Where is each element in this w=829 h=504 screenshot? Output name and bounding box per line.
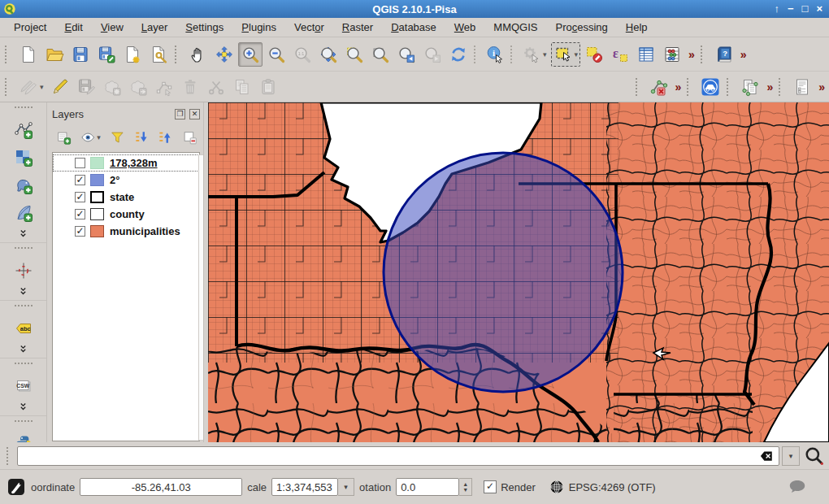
toolbar-handle[interactable] xyxy=(15,305,33,311)
road-graph-plugin-button[interactable] xyxy=(698,76,723,98)
toolbar-handle[interactable] xyxy=(727,78,734,96)
metasearch-csw-button[interactable] xyxy=(11,374,36,398)
coordinate-input[interactable]: -85.26,41.03 xyxy=(80,478,242,496)
render-checkbox[interactable]: ✓ xyxy=(484,480,497,493)
layer-name[interactable]: state xyxy=(110,191,134,203)
menu-plugins[interactable]: Plugins xyxy=(232,19,285,36)
refresh-map-button[interactable] xyxy=(446,42,471,67)
save-project-button[interactable] xyxy=(68,42,93,67)
toolbar-handle[interactable] xyxy=(15,247,33,254)
layer-swatch[interactable] xyxy=(90,208,104,220)
identify-features-button[interactable] xyxy=(483,42,507,67)
run-feature-action-button[interactable]: ▾ xyxy=(519,42,549,67)
labeling-tool-button[interactable] xyxy=(11,316,36,341)
layer-row[interactable]: ✓2° xyxy=(53,172,199,189)
toolbar-overflow-chevron[interactable]: » xyxy=(675,80,681,93)
search-button[interactable] xyxy=(803,445,826,467)
toolbar-handle[interactable] xyxy=(15,106,33,113)
add-group-button[interactable] xyxy=(54,128,74,147)
layer-row[interactable]: ✓municipalities xyxy=(53,223,199,240)
toolbar-overflow-chevron[interactable]: » xyxy=(818,80,824,93)
search-input[interactable] xyxy=(21,447,757,465)
toolbar-handle[interactable] xyxy=(687,78,694,96)
panel-float-button[interactable]: ❐ xyxy=(175,109,185,119)
remove-layer-group-button[interactable] xyxy=(180,128,200,147)
menu-project[interactable]: Project xyxy=(5,19,55,36)
menu-web[interactable]: Web xyxy=(445,19,485,36)
layer-swatch[interactable] xyxy=(90,225,104,237)
add-spatialite-layer-button[interactable] xyxy=(11,201,36,225)
menu-database[interactable]: Database xyxy=(382,19,445,36)
cut-features-button[interactable] xyxy=(204,76,228,98)
menu-mmqgis[interactable]: MMQGIS xyxy=(484,19,546,36)
layer-row[interactable]: 178,328m xyxy=(53,154,199,172)
zoom-full-extent-button[interactable] xyxy=(316,42,341,67)
new-project-button[interactable] xyxy=(16,42,41,67)
crosshair-tool-button[interactable] xyxy=(11,259,36,283)
menu-help[interactable]: Help xyxy=(617,19,657,36)
map-canvas[interactable] xyxy=(208,102,829,442)
dropdown-arrow-icon[interactable]: ▾ xyxy=(543,50,547,59)
scale-dropdown-button[interactable]: ▾ xyxy=(338,478,354,496)
toolbar-expand-chevron[interactable] xyxy=(18,286,28,297)
layer-name[interactable]: 178,328m xyxy=(110,157,158,169)
collapse-all-button[interactable] xyxy=(155,128,176,147)
messages-bubble-icon[interactable] xyxy=(787,476,808,497)
layer-name[interactable]: municipalities xyxy=(110,225,180,237)
open-attribute-table-button[interactable] xyxy=(634,42,658,67)
toolbar-handle[interactable] xyxy=(5,78,12,96)
current-edits-button[interactable]: ▾ xyxy=(16,76,46,98)
layer-swatch[interactable] xyxy=(90,157,104,169)
rotation-input[interactable]: 0.0 xyxy=(396,478,459,496)
menu-raster[interactable]: Raster xyxy=(333,19,382,36)
add-postgis-layer-button[interactable] xyxy=(11,173,36,198)
toolbar-expand-chevron[interactable] xyxy=(18,344,28,354)
paste-features-button[interactable] xyxy=(256,76,280,98)
minimize-button[interactable]: − xyxy=(788,1,794,17)
crs-globe-icon[interactable] xyxy=(549,479,565,495)
help-contents-button[interactable] xyxy=(712,42,736,67)
field-calculator-button[interactable] xyxy=(660,42,684,67)
zoom-last-button[interactable] xyxy=(394,42,419,67)
copy-features-button[interactable] xyxy=(230,76,254,98)
toolbar-handle[interactable] xyxy=(15,363,33,369)
select-by-expression-button[interactable] xyxy=(608,42,632,67)
search-dropdown-button[interactable]: ▾ xyxy=(782,446,800,466)
text-document-tool-button[interactable] xyxy=(790,76,814,98)
dropdown-arrow-icon[interactable]: ▾ xyxy=(40,83,44,91)
layer-row[interactable]: ✓state xyxy=(53,189,199,206)
dropdown-arrow-icon[interactable]: ▾ xyxy=(97,133,101,141)
layer-visibility-checkbox[interactable]: ✓ xyxy=(75,192,85,202)
menu-edit[interactable]: Edit xyxy=(55,19,91,36)
layer-visibility-checkbox[interactable]: ✓ xyxy=(75,175,85,185)
toolbar-handle[interactable] xyxy=(779,78,786,96)
toolbar-overflow-chevron[interactable]: » xyxy=(688,48,694,61)
scale-input[interactable]: 1:3,374,553 xyxy=(271,478,338,496)
clear-text-icon[interactable] xyxy=(757,449,775,463)
menu-settings[interactable]: Settings xyxy=(176,19,232,36)
new-print-composer-button[interactable] xyxy=(120,42,145,67)
deselect-features-button[interactable] xyxy=(582,42,606,67)
panel-close-button[interactable]: ✕ xyxy=(189,109,200,119)
expand-all-button[interactable] xyxy=(132,128,152,147)
menu-processing[interactable]: Processing xyxy=(547,19,617,36)
layer-swatch[interactable] xyxy=(90,174,104,186)
move-feature-button[interactable] xyxy=(126,76,150,98)
layer-name[interactable]: county xyxy=(110,208,145,220)
toolbar-expand-chevron[interactable] xyxy=(18,402,28,412)
add-feature-button[interactable] xyxy=(100,76,124,98)
pan-map-button[interactable] xyxy=(186,42,211,67)
zoom-out-button[interactable] xyxy=(264,42,289,67)
select-features-button[interactable]: ▾ xyxy=(551,42,581,67)
toggle-editing-button[interactable] xyxy=(48,76,72,98)
save-layer-edits-button[interactable] xyxy=(74,76,98,98)
layer-swatch[interactable] xyxy=(90,191,104,203)
composer-manager-button[interactable] xyxy=(146,42,171,67)
menu-view[interactable]: View xyxy=(92,19,132,36)
toolbar-handle[interactable] xyxy=(701,46,708,63)
layer-name[interactable]: 2° xyxy=(110,174,119,186)
extents-toggle-icon[interactable] xyxy=(7,477,26,497)
toolbar-overflow-chevron[interactable]: » xyxy=(740,48,746,61)
save-project-as-button[interactable] xyxy=(94,42,119,67)
layer-visibility-checkbox[interactable] xyxy=(75,158,85,168)
